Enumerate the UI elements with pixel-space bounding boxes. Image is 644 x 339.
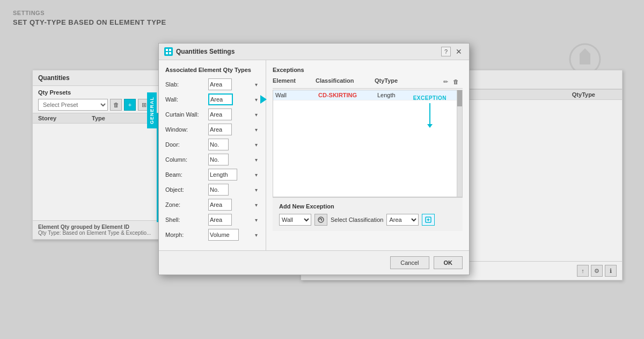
exceptions-title: Exceptions xyxy=(273,67,463,73)
ok-button[interactable]: OK xyxy=(434,256,463,269)
left-section-title: Associated Element Qty Types xyxy=(165,67,259,73)
exceptions-scrollbar[interactable] xyxy=(457,90,462,197)
add-preset-button[interactable]: + xyxy=(124,99,136,111)
help-button[interactable]: ? xyxy=(441,47,451,56)
dialog-title: Quantities Settings xyxy=(176,48,235,55)
beam-select[interactable]: Length xyxy=(208,169,237,181)
dialog-titlebar: Quantities Settings ? ✕ xyxy=(159,44,469,60)
window-select[interactable]: Area xyxy=(208,124,232,135)
wall-arrow-indicator xyxy=(260,95,267,104)
svg-point-6 xyxy=(320,218,321,219)
exc-actions: ✏ 🗑 xyxy=(441,77,463,86)
slab-label: Slab: xyxy=(165,81,208,88)
object-select[interactable]: No. xyxy=(208,184,229,196)
panel-title: Quantities xyxy=(38,74,70,82)
settings-btn[interactable]: ⚙ xyxy=(591,265,603,277)
morph-row: Morph: Volume xyxy=(165,229,259,241)
exceptions-header: Element Classification QtyType ✏ 🗑 xyxy=(273,77,463,89)
svg-rect-2 xyxy=(169,49,171,51)
exc-classification-col-header: Classification xyxy=(316,77,375,86)
quantities-settings-dialog: Quantities Settings ? ✕ GENERAL Associat… xyxy=(158,43,470,275)
slab-row: Slab: Area xyxy=(165,78,259,90)
info-btn[interactable]: ℹ xyxy=(605,265,617,277)
delete-exception-icon[interactable]: 🗑 xyxy=(451,77,460,86)
exceptions-table-container: Wall CD-SKIRTING Length EXCEPTION xyxy=(273,90,463,197)
scrollbar-thumb xyxy=(457,90,462,106)
exception-arrow xyxy=(429,103,430,125)
export-btn[interactable]: ↑ xyxy=(577,265,589,277)
door-row: Door: No. xyxy=(165,139,259,150)
select-preset-dropdown[interactable]: Select Preset xyxy=(38,99,108,111)
exception-label: EXCEPTION xyxy=(413,95,447,101)
add-exc-add-button[interactable] xyxy=(422,214,435,226)
morph-label: Morph: xyxy=(165,232,208,238)
page-title: SET QTY-TYPE BASED ON ELEMENT TYPE xyxy=(13,18,631,26)
window-row: Window: Area xyxy=(165,124,259,135)
svg-rect-1 xyxy=(166,49,168,51)
add-exc-qty-select[interactable]: Area xyxy=(386,214,419,226)
dialog-title-buttons: ? ✕ xyxy=(441,47,464,56)
cancel-button[interactable]: Cancel xyxy=(390,256,429,269)
column-select[interactable]: No. xyxy=(208,154,229,165)
beam-label: Beam: xyxy=(165,171,208,178)
object-row: Object: No. xyxy=(165,184,259,196)
qty-type-col: QtyType xyxy=(572,91,595,98)
zone-select[interactable]: Area xyxy=(208,199,232,211)
column-row: Column: No. xyxy=(165,154,259,165)
svg-point-5 xyxy=(318,217,324,222)
shell-row: Shell: Area xyxy=(165,214,259,226)
edit-exception-icon[interactable]: ✏ xyxy=(441,77,450,86)
wall-row: Wall: Area xyxy=(165,93,259,105)
dialog-right-panel: Exceptions Element Classification QtyTyp… xyxy=(266,60,469,250)
dialog-body: GENERAL Associated Element Qty Types Sla… xyxy=(159,60,469,250)
column-label: Column: xyxy=(165,156,208,163)
slab-select-wrapper: Area xyxy=(208,78,259,90)
add-exc-element-select[interactable]: Wall xyxy=(279,214,311,226)
add-exception-section: Add New Exception Wall Select Classifica… xyxy=(273,197,463,231)
shell-label: Shell: xyxy=(165,217,208,223)
exception-annotation: EXCEPTION xyxy=(413,95,447,125)
exc-qty-col-header: QtyType xyxy=(375,77,441,86)
add-exception-row: Wall Select Classification Area xyxy=(279,214,456,226)
add-exc-classification-label: Select Classification xyxy=(331,217,383,223)
svg-rect-3 xyxy=(166,52,168,54)
storey-col-header: Storey xyxy=(38,115,92,121)
zone-row: Zone: Area xyxy=(165,199,259,211)
dialog-footer: Cancel OK xyxy=(159,250,469,275)
dialog-left-panel: GENERAL Associated Element Qty Types Sla… xyxy=(159,60,266,250)
wall-select-wrapper: Area xyxy=(208,93,259,105)
close-button[interactable]: ✕ xyxy=(454,47,464,56)
curtain-wall-label: Curtain Wall: xyxy=(165,111,208,118)
exc-element-col-header: Element xyxy=(273,77,316,86)
arrow-head xyxy=(427,124,433,128)
svg-rect-4 xyxy=(169,52,171,54)
type-col-header: Type xyxy=(92,115,135,121)
exc-row-classification: CD-SKIRTING xyxy=(318,92,377,98)
add-exc-sync-button[interactable] xyxy=(314,214,327,226)
curtain-wall-row: Curtain Wall: Area xyxy=(165,109,259,120)
wall-label: Wall: xyxy=(165,96,208,103)
door-select[interactable]: No. xyxy=(208,139,229,150)
delete-preset-button[interactable]: 🗑 xyxy=(110,99,122,111)
dialog-title-left: Quantities Settings xyxy=(164,47,235,56)
exc-row-element: Wall xyxy=(275,92,318,98)
shell-select[interactable]: Area xyxy=(208,214,232,226)
dialog-app-icon xyxy=(164,47,173,56)
general-tab[interactable]: GENERAL xyxy=(147,92,157,128)
door-label: Door: xyxy=(165,141,208,148)
beam-row: Beam: Length xyxy=(165,169,259,181)
curtain-wall-select[interactable]: Area xyxy=(208,109,232,120)
morph-select[interactable]: Volume xyxy=(208,229,239,241)
wall-select[interactable]: Area xyxy=(208,93,233,105)
add-exception-title: Add New Exception xyxy=(279,203,456,210)
slab-select[interactable]: Area xyxy=(208,78,232,90)
window-label: Window: xyxy=(165,126,208,133)
zone-label: Zone: xyxy=(165,201,208,208)
object-label: Object: xyxy=(165,186,208,193)
settings-label: SETTINGS xyxy=(13,10,631,16)
